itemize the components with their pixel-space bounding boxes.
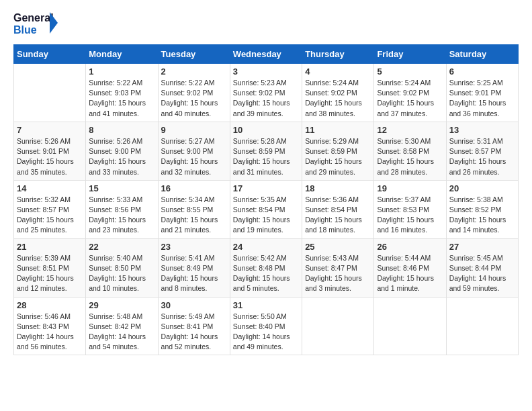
calendar-cell: 29Sunrise: 5:48 AMSunset: 8:42 PMDayligh… [86, 297, 158, 355]
calendar-cell: 1Sunrise: 5:22 AMSunset: 9:03 PMDaylight… [86, 64, 158, 122]
calendar-cell: 26Sunrise: 5:44 AMSunset: 8:46 PMDayligh… [374, 238, 446, 297]
calendar-week-row: 7Sunrise: 5:26 AMSunset: 9:01 PMDaylight… [14, 122, 519, 180]
calendar-cell: 21Sunrise: 5:39 AMSunset: 8:51 PMDayligh… [14, 238, 86, 297]
cell-details: Sunrise: 5:40 AMSunset: 8:50 PMDaylight:… [89, 253, 154, 294]
calendar-cell: 6Sunrise: 5:25 AMSunset: 9:01 PMDaylight… [446, 64, 518, 122]
calendar-cell: 19Sunrise: 5:37 AMSunset: 8:53 PMDayligh… [374, 180, 446, 238]
calendar-cell: 3Sunrise: 5:23 AMSunset: 9:02 PMDaylight… [230, 64, 302, 122]
calendar-cell: 14Sunrise: 5:32 AMSunset: 8:57 PMDayligh… [14, 180, 86, 238]
cell-details: Sunrise: 5:24 AMSunset: 9:02 PMDaylight:… [305, 78, 371, 119]
cell-details: Sunrise: 5:37 AMSunset: 8:53 PMDaylight:… [377, 195, 443, 236]
day-number: 17 [233, 183, 299, 193]
svg-marker-2 [50, 12, 58, 34]
day-number: 2 [161, 66, 227, 77]
cell-details: Sunrise: 5:48 AMSunset: 8:42 PMDaylight:… [89, 312, 154, 353]
calendar-cell: 27Sunrise: 5:45 AMSunset: 8:44 PMDayligh… [446, 238, 518, 297]
calendar-cell: 20Sunrise: 5:38 AMSunset: 8:52 PMDayligh… [446, 180, 518, 238]
day-number: 29 [89, 300, 154, 310]
cell-details: Sunrise: 5:23 AMSunset: 9:02 PMDaylight:… [233, 78, 299, 119]
calendar-week-row: 21Sunrise: 5:39 AMSunset: 8:51 PMDayligh… [14, 238, 519, 297]
calendar-cell: 9Sunrise: 5:27 AMSunset: 9:00 PMDaylight… [158, 122, 230, 180]
day-number: 21 [17, 242, 83, 252]
calendar-cell: 8Sunrise: 5:26 AMSunset: 9:00 PMDaylight… [86, 122, 158, 180]
calendar-cell: 12Sunrise: 5:30 AMSunset: 8:58 PMDayligh… [374, 122, 446, 180]
day-number: 14 [17, 183, 83, 193]
calendar-cell: 30Sunrise: 5:49 AMSunset: 8:41 PMDayligh… [158, 297, 230, 355]
day-number: 4 [305, 66, 371, 77]
logo-svg: GeneralBlue [13, 11, 60, 38]
cell-details: Sunrise: 5:31 AMSunset: 8:57 PMDaylight:… [449, 136, 515, 177]
day-number: 1 [89, 66, 154, 77]
cell-details: Sunrise: 5:39 AMSunset: 8:51 PMDaylight:… [17, 253, 83, 294]
cell-details: Sunrise: 5:28 AMSunset: 8:59 PMDaylight:… [233, 136, 299, 177]
cell-details: Sunrise: 5:26 AMSunset: 9:01 PMDaylight:… [17, 136, 83, 177]
day-number: 25 [305, 242, 371, 252]
calendar-cell: 2Sunrise: 5:22 AMSunset: 9:02 PMDaylight… [158, 64, 230, 122]
day-number: 3 [233, 66, 299, 77]
weekday-header: Sunday [14, 45, 86, 64]
day-number: 5 [377, 66, 443, 77]
calendar-cell: 31Sunrise: 5:50 AMSunset: 8:40 PMDayligh… [230, 297, 302, 355]
calendar-cell: 18Sunrise: 5:36 AMSunset: 8:54 PMDayligh… [302, 180, 374, 238]
day-number: 13 [449, 125, 515, 135]
weekday-header: Friday [374, 45, 446, 64]
page-header: GeneralBlue [13, 11, 519, 38]
cell-details: Sunrise: 5:33 AMSunset: 8:56 PMDaylight:… [89, 195, 154, 236]
cell-details: Sunrise: 5:36 AMSunset: 8:54 PMDaylight:… [305, 195, 371, 236]
day-number: 27 [449, 242, 515, 252]
svg-text:Blue: Blue [13, 24, 37, 36]
cell-details: Sunrise: 5:29 AMSunset: 8:59 PMDaylight:… [305, 136, 371, 177]
cell-details: Sunrise: 5:26 AMSunset: 9:00 PMDaylight:… [89, 136, 154, 177]
calendar-cell: 13Sunrise: 5:31 AMSunset: 8:57 PMDayligh… [446, 122, 518, 180]
cell-details: Sunrise: 5:41 AMSunset: 8:49 PMDaylight:… [161, 253, 227, 294]
weekday-header: Wednesday [230, 45, 302, 64]
calendar-cell: 7Sunrise: 5:26 AMSunset: 9:01 PMDaylight… [14, 122, 86, 180]
weekday-header: Saturday [446, 45, 518, 64]
cell-details: Sunrise: 5:49 AMSunset: 8:41 PMDaylight:… [161, 312, 227, 353]
weekday-header: Monday [86, 45, 158, 64]
weekday-header-row: SundayMondayTuesdayWednesdayThursdayFrid… [14, 45, 519, 64]
day-number: 30 [161, 300, 227, 310]
day-number: 23 [161, 242, 227, 252]
day-number: 18 [305, 183, 371, 193]
calendar-cell: 25Sunrise: 5:43 AMSunset: 8:47 PMDayligh… [302, 238, 374, 297]
calendar-cell: 17Sunrise: 5:35 AMSunset: 8:54 PMDayligh… [230, 180, 302, 238]
day-number: 16 [161, 183, 227, 193]
cell-details: Sunrise: 5:30 AMSunset: 8:58 PMDaylight:… [377, 136, 443, 177]
cell-details: Sunrise: 5:32 AMSunset: 8:57 PMDaylight:… [17, 195, 83, 236]
calendar-week-row: 28Sunrise: 5:46 AMSunset: 8:43 PMDayligh… [14, 297, 519, 355]
svg-text:General: General [13, 12, 54, 24]
day-number: 31 [233, 300, 299, 310]
calendar-cell: 10Sunrise: 5:28 AMSunset: 8:59 PMDayligh… [230, 122, 302, 180]
cell-details: Sunrise: 5:22 AMSunset: 9:02 PMDaylight:… [161, 78, 227, 119]
cell-details: Sunrise: 5:25 AMSunset: 9:01 PMDaylight:… [449, 78, 515, 119]
calendar-cell: 22Sunrise: 5:40 AMSunset: 8:50 PMDayligh… [86, 238, 158, 297]
day-number: 20 [449, 183, 515, 193]
cell-details: Sunrise: 5:22 AMSunset: 9:03 PMDaylight:… [89, 78, 154, 119]
calendar-cell: 11Sunrise: 5:29 AMSunset: 8:59 PMDayligh… [302, 122, 374, 180]
day-number: 22 [89, 242, 154, 252]
cell-details: Sunrise: 5:42 AMSunset: 8:48 PMDaylight:… [233, 253, 299, 294]
calendar-week-row: 14Sunrise: 5:32 AMSunset: 8:57 PMDayligh… [14, 180, 519, 238]
cell-details: Sunrise: 5:44 AMSunset: 8:46 PMDaylight:… [377, 253, 443, 294]
calendar-cell: 28Sunrise: 5:46 AMSunset: 8:43 PMDayligh… [14, 297, 86, 355]
calendar-cell [446, 297, 518, 355]
day-number: 12 [377, 125, 443, 135]
calendar-cell: 15Sunrise: 5:33 AMSunset: 8:56 PMDayligh… [86, 180, 158, 238]
calendar-cell: 5Sunrise: 5:24 AMSunset: 9:02 PMDaylight… [374, 64, 446, 122]
cell-details: Sunrise: 5:24 AMSunset: 9:02 PMDaylight:… [377, 78, 443, 119]
calendar-cell [374, 297, 446, 355]
calendar-cell: 4Sunrise: 5:24 AMSunset: 9:02 PMDaylight… [302, 64, 374, 122]
calendar-table: SundayMondayTuesdayWednesdayThursdayFrid… [13, 44, 519, 355]
calendar-cell: 24Sunrise: 5:42 AMSunset: 8:48 PMDayligh… [230, 238, 302, 297]
logo: GeneralBlue [13, 11, 60, 38]
day-number: 15 [89, 183, 154, 193]
cell-details: Sunrise: 5:45 AMSunset: 8:44 PMDaylight:… [449, 253, 515, 294]
day-number: 9 [161, 125, 227, 135]
day-number: 6 [449, 66, 515, 77]
day-number: 19 [377, 183, 443, 193]
cell-details: Sunrise: 5:50 AMSunset: 8:40 PMDaylight:… [233, 312, 299, 353]
day-number: 26 [377, 242, 443, 252]
weekday-header: Tuesday [158, 45, 230, 64]
calendar-cell: 16Sunrise: 5:34 AMSunset: 8:55 PMDayligh… [158, 180, 230, 238]
